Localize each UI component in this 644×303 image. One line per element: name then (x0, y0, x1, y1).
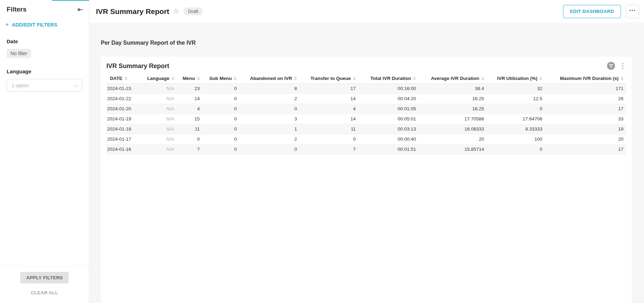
table-cell: 14 (300, 114, 358, 124)
table-cell: 00:01:05 (359, 104, 419, 114)
column-header[interactable]: DATE (106, 74, 142, 84)
sidebar-footer: APPLY FILTERS CLEAR ALL (0, 266, 89, 303)
sort-icon[interactable] (197, 77, 200, 80)
column-header[interactable]: Transfer to Queue (300, 74, 358, 84)
sort-icon[interactable] (234, 77, 237, 80)
table-cell: 0 (203, 114, 240, 124)
chart-options-kebab-icon[interactable]: ⋮ (620, 62, 626, 69)
table-cell: 38.4 (419, 84, 487, 94)
language-filter-label: Language (7, 68, 82, 74)
column-header-label: Sub Menu (209, 75, 232, 82)
sort-icon[interactable] (294, 77, 297, 80)
table-cell: 20 (419, 134, 487, 145)
table-cell: 33 (545, 114, 626, 124)
date-filter-chip[interactable]: No filter (7, 49, 31, 58)
table-cell: 14 (177, 94, 203, 104)
filter-indicator-icon[interactable] (607, 62, 615, 70)
collapse-sidebar-icon[interactable]: ⇤ (77, 6, 83, 13)
table-cell: 00:01:51 (359, 145, 419, 155)
column-header[interactable]: Total IVR Duration (359, 74, 419, 84)
chart-tools: ⋮ (607, 62, 626, 70)
table-cell: 0 (239, 145, 300, 155)
table-cell: 0 (487, 104, 545, 114)
apply-filters-button[interactable]: APPLY FILTERS (20, 272, 69, 283)
edit-dashboard-button[interactable]: EDIT DASHBOARD (563, 5, 621, 18)
clear-all-button[interactable]: CLEAR ALL (31, 290, 58, 295)
add-edit-filters-button[interactable]: + ADD/EDIT FILTERS (0, 13, 89, 28)
column-header[interactable]: Language (142, 74, 177, 84)
column-header[interactable]: Maximum IVR Duration (s) (545, 74, 626, 84)
language-select[interactable]: 1 option (7, 79, 82, 92)
sort-icon[interactable] (481, 77, 484, 80)
sort-icon[interactable] (539, 77, 542, 80)
chart-card: IVR Summary Report ⋮ DATELanguageMenuSub… (101, 57, 632, 303)
sort-icon[interactable] (621, 77, 623, 80)
column-header-label: Language (147, 75, 170, 82)
table-cell: N/A (142, 134, 177, 145)
favorite-star-icon[interactable]: ☆ (173, 7, 179, 15)
table-header: DATELanguageMenuSub MenuAbandoned on IVR… (106, 74, 626, 84)
table-cell: 0 (203, 145, 240, 155)
filters-title: Filters (7, 6, 27, 13)
table-cell: 11 (177, 124, 203, 134)
table-cell: 0 (203, 84, 240, 94)
column-header[interactable]: Average IVR Duration (419, 74, 487, 84)
filters-sidebar: Filters ⇤ + ADD/EDIT FILTERS Date No fil… (0, 0, 89, 303)
column-header[interactable]: Menu (177, 74, 203, 84)
table-cell: 15 (177, 114, 203, 124)
column-header[interactable]: Abandoned on IVR (239, 74, 300, 84)
table-cell: 7 (177, 145, 203, 155)
table-cell: 16.25 (419, 94, 487, 104)
column-header-label: Maximum IVR Duration (s) (560, 75, 619, 82)
table-cell: N/A (142, 94, 177, 104)
table-cell: 2024-01-18 (106, 124, 142, 134)
table-row: 2024-01-17N/A002000:00:402010020 (106, 134, 626, 145)
column-header-label: Average IVR Duration (431, 75, 479, 82)
add-edit-filters-label: ADD/EDIT FILTERS (12, 22, 58, 28)
sidebar-accent-line (52, 0, 89, 1)
table-cell: 20 (545, 134, 626, 145)
sort-icon[interactable] (172, 77, 174, 80)
table-cell: 0 (203, 124, 240, 134)
main-area: IVR Summary Report ☆ Draft EDIT DASHBOAR… (90, 0, 644, 303)
sort-icon[interactable] (353, 77, 356, 80)
table-body: 2024-01-23N/A23081700:16:0038.4321712024… (106, 84, 626, 155)
table-row: 2024-01-18N/A11011100:03:1316.083338.333… (106, 124, 626, 134)
page-title: IVR Summary Report (96, 7, 169, 16)
column-header-label: Menu (182, 75, 195, 82)
sort-icon[interactable] (125, 77, 127, 80)
date-filter-label: Date (7, 38, 82, 44)
more-menu-button[interactable]: ··· (626, 5, 639, 18)
table-cell: 17 (545, 104, 626, 114)
table-cell: 171 (545, 84, 626, 94)
dashboard-header: IVR Summary Report ☆ Draft EDIT DASHBOAR… (90, 0, 644, 23)
table-cell: 15.85714 (419, 145, 487, 155)
table-cell: 00:05:01 (359, 114, 419, 124)
table-cell: 14 (300, 94, 358, 104)
table-cell: 11 (300, 124, 358, 134)
status-badge: Draft (184, 7, 203, 15)
table-row: 2024-01-22N/A14021400:04:2016.2512.526 (106, 94, 626, 104)
column-header[interactable]: Sub Menu (203, 74, 240, 84)
table-cell: 3 (239, 114, 300, 124)
column-header-label: Total IVR Duration (370, 75, 411, 82)
table-cell: 2 (239, 134, 300, 145)
table-cell: 00:00:40 (359, 134, 419, 145)
column-header[interactable]: IVR Utilization (%) (487, 74, 545, 84)
table-cell: N/A (142, 145, 177, 155)
table-cell: 16.08333 (419, 124, 487, 134)
table-cell: 32 (487, 84, 545, 94)
sort-icon[interactable] (413, 77, 416, 80)
table-cell: 0 (203, 94, 240, 104)
plus-icon: + (5, 22, 9, 28)
table-cell: 26 (545, 94, 626, 104)
table-cell: N/A (142, 124, 177, 134)
table-cell: 00:16:00 (359, 84, 419, 94)
table-cell: 2024-01-20 (106, 104, 142, 114)
table-cell: 00:03:13 (359, 124, 419, 134)
table-cell: 4 (177, 104, 203, 114)
table-cell: N/A (142, 84, 177, 94)
table-cell: 0 (487, 145, 545, 155)
table-cell: 0 (177, 134, 203, 145)
column-header-label: IVR Utilization (%) (497, 75, 538, 82)
